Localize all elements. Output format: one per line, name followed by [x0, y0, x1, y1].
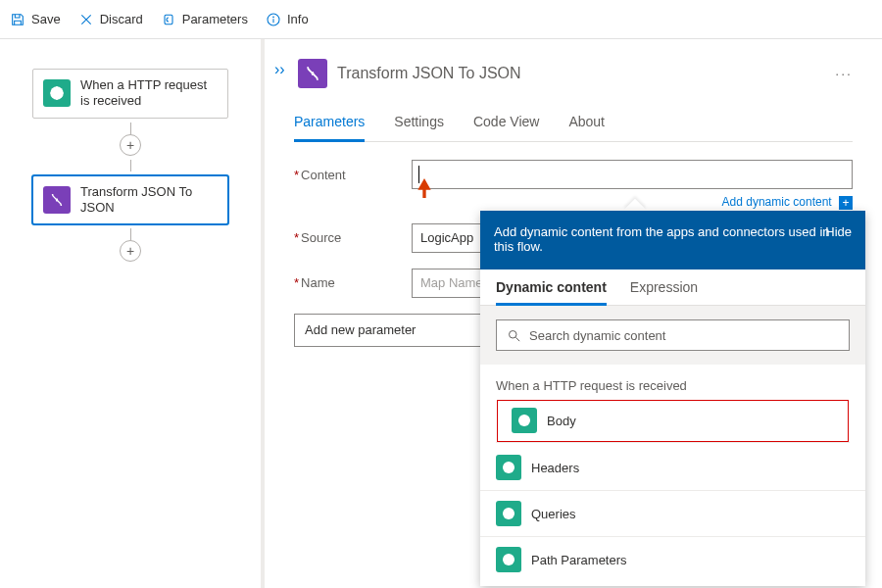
svg-rect-0: [165, 15, 172, 24]
discard-icon: [78, 12, 94, 27]
save-button[interactable]: Save: [10, 12, 61, 27]
name-label: *Name: [294, 275, 412, 290]
tab-about[interactable]: About: [568, 114, 605, 141]
dc-item-path[interactable]: Path Parameters: [480, 537, 865, 582]
popup-header: Add dynamic content from the apps and co…: [480, 211, 865, 270]
tab-codeview[interactable]: Code View: [473, 114, 539, 141]
connector-2: +: [15, 224, 246, 262]
http-icon: [512, 408, 537, 433]
parameters-label: Parameters: [182, 12, 248, 26]
svg-point-5: [510, 330, 517, 338]
connector-1: +: [15, 119, 246, 175]
discard-label: Discard: [100, 12, 143, 26]
dc-item-body-label: Body: [547, 414, 576, 428]
content-label: *Content: [294, 168, 412, 182]
svg-point-3: [273, 17, 274, 18]
http-icon: [496, 501, 521, 526]
add-step-button-1[interactable]: +: [120, 134, 141, 156]
source-label: *Source: [294, 230, 412, 245]
dc-item-headers[interactable]: Headers: [480, 445, 865, 491]
svg-line-6: [515, 337, 519, 341]
search-icon: [507, 328, 521, 343]
designer-canvas[interactable]: When a HTTP request is received + Transf…: [0, 39, 265, 588]
adc-plus-icon[interactable]: +: [839, 196, 853, 210]
detail-header-icon: [298, 59, 327, 88]
tab-settings[interactable]: Settings: [394, 114, 444, 141]
info-icon: [266, 12, 281, 27]
parameters-icon: [161, 12, 176, 27]
dc-search-input[interactable]: Search dynamic content: [496, 319, 850, 351]
http-icon: [496, 547, 521, 572]
action-node-transform[interactable]: Transform JSON To JSON: [32, 175, 228, 225]
content-input[interactable]: [412, 160, 853, 189]
http-icon: [496, 455, 521, 480]
discard-button[interactable]: Discard: [78, 12, 143, 27]
dc-item-queries-label: Queries: [531, 507, 576, 521]
hide-button[interactable]: Hide: [825, 224, 852, 239]
detail-title: Transform JSON To JSON: [337, 65, 521, 82]
info-label: Info: [287, 12, 309, 26]
dc-item-headers-label: Headers: [531, 461, 579, 475]
trigger-node[interactable]: When a HTTP request is received: [32, 69, 228, 119]
dc-item-path-label: Path Parameters: [531, 553, 627, 567]
add-step-button-2[interactable]: +: [120, 240, 141, 262]
dc-item-body[interactable]: Body: [496, 399, 850, 443]
collapse-chevron-icon[interactable]: ››: [274, 61, 285, 78]
http-trigger-icon: [43, 79, 71, 107]
detail-tabs: Parameters Settings Code View About: [294, 114, 853, 142]
text-caret: [418, 166, 419, 183]
info-button[interactable]: Info: [266, 12, 309, 27]
dynamic-content-popup: Add dynamic content from the apps and co…: [480, 211, 865, 586]
dc-tab-expression[interactable]: Expression: [630, 279, 698, 305]
more-button[interactable]: ···: [835, 66, 853, 81]
save-label: Save: [31, 12, 61, 26]
add-dynamic-content-link[interactable]: Add dynamic content: [722, 195, 832, 209]
dc-item-queries[interactable]: Queries: [480, 491, 865, 537]
action-label: Transform JSON To JSON: [80, 184, 218, 217]
dc-group-header: When a HTTP request is received: [480, 365, 865, 395]
tab-parameters[interactable]: Parameters: [294, 114, 365, 142]
dc-tab-dynamic[interactable]: Dynamic content: [496, 279, 607, 306]
parameters-button[interactable]: Parameters: [161, 12, 248, 27]
toolbar: Save Discard Parameters Info: [0, 0, 882, 39]
dc-search-placeholder: Search dynamic content: [529, 328, 665, 343]
save-icon: [10, 12, 25, 27]
trigger-label: When a HTTP request is received: [80, 77, 218, 110]
transform-action-icon: [43, 186, 71, 214]
